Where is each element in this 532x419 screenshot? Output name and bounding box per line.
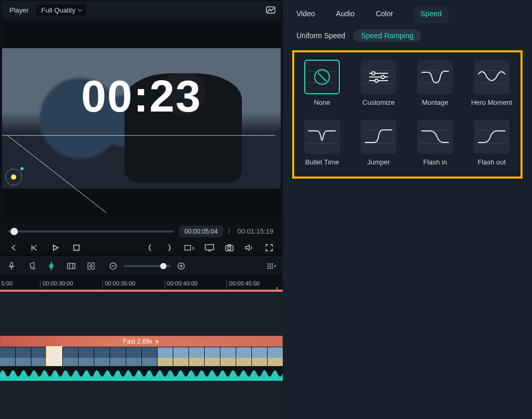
scopes-icon[interactable] [266, 6, 275, 14]
inspector-tabs: Video Audio Color Speed [283, 0, 532, 23]
subtab-speed-ramping[interactable]: Speed Ramping [353, 29, 420, 42]
lensflare-icon [5, 169, 22, 185]
slash: / [228, 227, 230, 235]
audio-waveform-clip[interactable] [0, 366, 283, 381]
tab-video[interactable]: Video [295, 7, 316, 23]
keyframe-icon[interactable] [86, 261, 96, 271]
snapshot-icon[interactable] [224, 242, 235, 253]
timeline-toolbar [0, 255, 283, 276]
zoom-slider[interactable] [124, 265, 171, 267]
svg-point-19 [272, 267, 273, 269]
svg-point-14 [270, 263, 271, 264]
ruler-tick: 00:00:40:00 [164, 280, 197, 289]
tab-audio[interactable]: Audio [335, 7, 356, 23]
inspector-panel: Video Audio Color Speed Uniform Speed Sp… [283, 0, 532, 419]
ruler-tick: 00:00:45:00 [227, 280, 260, 289]
step-back-icon[interactable] [29, 242, 40, 253]
preview-panel: 00:23 [2, 23, 281, 222]
preset-customize[interactable]: Customize [357, 60, 400, 107]
quality-dropdown[interactable]: Full Quality [36, 5, 86, 16]
prev-frame-icon[interactable] [8, 242, 19, 253]
mark-in-icon[interactable] [145, 242, 155, 253]
svg-rect-3 [205, 245, 214, 250]
svg-rect-1 [74, 245, 79, 250]
volume-icon[interactable] [244, 242, 254, 253]
player-label: Player [9, 6, 29, 14]
ruler-tick: 5:00 [0, 280, 13, 289]
zoom-out-icon[interactable] [108, 261, 118, 271]
mark-out-icon[interactable] [164, 242, 175, 253]
svg-point-17 [272, 263, 273, 264]
svg-point-23 [375, 79, 378, 82]
voiceover-icon[interactable] [6, 261, 17, 271]
svg-point-5 [228, 247, 231, 250]
preview-scrubber: 00:00:05:04 / 00:01:15:19 [0, 225, 283, 237]
split-icon[interactable] [46, 261, 57, 271]
svg-rect-7 [68, 263, 75, 269]
preset-hero-moment[interactable]: Hero Moment [470, 60, 513, 107]
ruler-tick: 00:00:30:00 [40, 280, 73, 289]
timeline-tracks[interactable]: Fast 2.69x▼ [0, 292, 283, 419]
svg-point-15 [270, 265, 271, 267]
overlay-timer: 00:23 [81, 70, 202, 122]
total-timecode: 00:01:15:19 [235, 225, 275, 237]
svg-rect-2 [185, 245, 191, 250]
preset-jumper[interactable]: Jumper [357, 119, 400, 167]
tab-color[interactable]: Color [374, 7, 394, 23]
speed-envelope-clip[interactable]: Fast 2.69x▼ [0, 336, 283, 347]
svg-point-12 [268, 265, 269, 267]
preset-montage[interactable]: Montage [414, 60, 457, 107]
aspect-menu-icon[interactable] [184, 242, 195, 253]
track-options-icon[interactable] [266, 261, 276, 271]
music-beat-icon[interactable] [26, 261, 37, 271]
svg-point-21 [372, 72, 375, 75]
svg-point-13 [268, 267, 269, 269]
play-icon[interactable] [50, 242, 61, 253]
preview-video[interactable]: 00:23 [2, 48, 281, 189]
scrubber-track[interactable] [7, 230, 174, 233]
svg-rect-8 [88, 263, 94, 269]
video-clip[interactable] [0, 347, 283, 366]
svg-point-16 [270, 267, 271, 269]
svg-point-18 [272, 265, 273, 267]
current-timecode[interactable]: 00:00:05:04 [179, 226, 223, 237]
fullscreen-icon[interactable] [264, 242, 274, 253]
speed-ramping-presets: None Customize Montage Hero Moment [292, 50, 523, 179]
playback-bar [0, 237, 283, 255]
timeline-ruler[interactable]: 5:00 00:00:30:00 00:00:35:00 00:00:40:00… [0, 276, 283, 290]
stop-icon[interactable] [71, 242, 82, 253]
zoom-in-icon[interactable] [176, 261, 186, 271]
svg-rect-6 [10, 262, 13, 267]
preset-flash-out[interactable]: Flash out [470, 119, 513, 167]
chevron-down-icon: ▼ [154, 339, 160, 345]
preset-flash-in[interactable]: Flash in [414, 119, 457, 167]
crop-icon[interactable] [66, 261, 76, 271]
player-topbar: Player Full Quality [2, 1, 281, 19]
monitor-icon[interactable] [204, 242, 215, 253]
svg-point-11 [268, 263, 269, 264]
subtab-uniform-speed[interactable]: Uniform Speed [295, 29, 346, 42]
svg-point-22 [381, 75, 384, 79]
ruler-tick: 00:00:35:00 [102, 280, 135, 289]
preset-none[interactable]: None [301, 60, 343, 107]
tab-speed[interactable]: Speed [413, 6, 449, 23]
preset-bullet-time[interactable]: Bullet Time [301, 119, 343, 167]
speed-subtabs: Uniform Speed Speed Ramping [283, 23, 532, 50]
